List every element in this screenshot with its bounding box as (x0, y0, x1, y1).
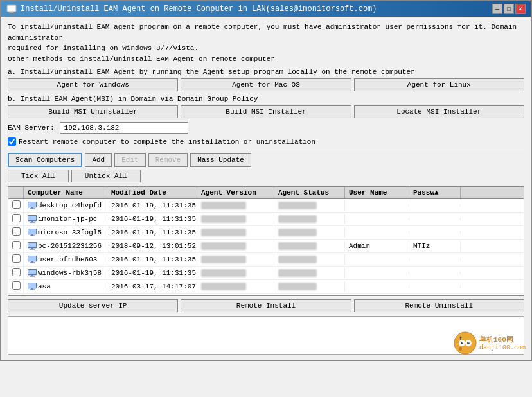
svg-rect-17 (31, 248, 33, 249)
svg-rect-28 (28, 283, 36, 288)
svg-rect-13 (31, 234, 33, 236)
user-name-cell (345, 218, 409, 220)
scan-computers-button[interactable]: Scan Computers (8, 153, 82, 167)
server-label: EAM Server: (8, 124, 55, 132)
remote-install-button[interactable]: Remote Install (181, 299, 351, 312)
table-row[interactable]: pc-201512231256 2018-09-12, 13:01:52 Adm… (8, 240, 524, 253)
agent-windows-button[interactable]: Agent for Windows (8, 78, 178, 91)
table-row[interactable]: imonitor-web 2016-03-17, 14:17:07 TTW (8, 294, 524, 296)
svg-rect-12 (28, 229, 36, 234)
close-button[interactable]: ✕ (515, 4, 526, 14)
th-user-name: User Name (345, 187, 409, 198)
computer-name-cell: imonitor-web (24, 295, 107, 296)
computer-name-cell: user-bfrdhe603 (24, 254, 107, 265)
user-name-cell (345, 231, 409, 234)
table-row[interactable]: asa 2016-03-17, 14:17:07 (8, 280, 524, 294)
agent-version-cell (197, 227, 274, 238)
server-input[interactable] (60, 122, 188, 134)
table-row[interactable]: desktop-c4hvpfd 2016-01-19, 11:31:35 (8, 199, 524, 213)
computer-icon (28, 283, 37, 290)
computers-table-container[interactable]: Computer Name Modified Date Agent Versio… (8, 186, 524, 296)
agent-version-cell (197, 281, 274, 292)
computer-name-cell: pc-201512231256 (24, 241, 107, 251)
bottom-buttons-row: Update server IP Remote Install Remote U… (8, 299, 524, 312)
agent-linux-button[interactable]: Agent for Linux (354, 78, 524, 91)
table-header: Computer Name Modified Date Agent Versio… (8, 187, 524, 199)
user-name-cell (345, 272, 409, 274)
mass-update-button[interactable]: Mass Update (190, 153, 251, 167)
row-checkbox[interactable] (12, 268, 21, 276)
svg-rect-1 (10, 12, 13, 13)
th-check (8, 187, 24, 198)
password-cell (409, 218, 461, 220)
modified-date-cell: 2016-01-19, 11:31:35 (107, 200, 197, 211)
modified-date-cell: 2016-01-19, 11:31:35 (107, 227, 197, 238)
agent-status-cell (274, 227, 345, 238)
maximize-button[interactable]: □ (504, 4, 514, 14)
main-window: Install/Uninstall EAM Agent on Remote Co… (0, 0, 532, 361)
computer-icon (28, 269, 37, 277)
section-a-buttons: Agent for Windows Agent for Mac OS Agent… (8, 78, 524, 91)
row-checkbox[interactable] (12, 214, 21, 222)
restart-checkbox-row: Restart remote computer to complete the … (8, 137, 524, 146)
table-row[interactable]: imonitor-jp-pc 2016-01-19, 11:31:35 (8, 213, 524, 226)
svg-rect-10 (30, 222, 35, 223)
build-msi-uninstaller-button[interactable]: Build MSI Uninstaller (8, 105, 178, 118)
computer-name-cell: imonitor-jp-pc (24, 214, 107, 224)
table-row[interactable]: microso-33fogl5 2016-01-19, 11:31:35 (8, 226, 524, 240)
remote-uninstall-button[interactable]: Remote Uninstall (354, 299, 524, 312)
row-checkbox[interactable] (12, 241, 21, 249)
section-b-buttons: Build MSI Uninstaller Build MSI Installe… (8, 105, 524, 118)
row-checkbox[interactable] (12, 254, 21, 263)
row-checkbox[interactable] (12, 200, 21, 209)
user-name-cell (345, 204, 409, 207)
modified-date-cell: 2016-01-19, 11:31:35 (107, 214, 197, 224)
info-line2: required for installing on Windows 8/7/V… (8, 43, 524, 54)
table-row[interactable]: windows-rbk3j58 2016-01-19, 11:31:35 (8, 267, 524, 280)
row-checkbox[interactable] (12, 295, 21, 296)
edit-button[interactable]: Edit (114, 153, 145, 167)
computer-name-cell: windows-rbk3j58 (24, 268, 107, 278)
title-bar-text: Install/Uninstall EAM Agent on Remote Co… (21, 4, 377, 13)
watermark-text: 单机100网 (479, 335, 526, 344)
password-cell (409, 258, 461, 261)
title-bar-left: Install/Uninstall EAM Agent on Remote Co… (6, 4, 377, 14)
agent-status-cell (274, 268, 345, 278)
agent-version-cell (197, 200, 274, 211)
row-checkbox[interactable] (12, 281, 21, 290)
section-b-label: b. Install EAM Agent(MSI) in Domain via … (8, 95, 524, 103)
title-bar: Install/Uninstall EAM Agent on Remote Co… (1, 1, 531, 17)
agent-version-cell: TTW (197, 295, 274, 296)
agent-status-cell (274, 241, 345, 251)
restart-checkbox-label: Restart remote computer to complete the … (19, 138, 315, 146)
agent-status-cell (274, 254, 345, 265)
password-cell (409, 272, 461, 274)
svg-rect-6 (30, 209, 35, 209)
user-name-cell (345, 258, 409, 261)
table-row[interactable]: user-bfrdhe603 2016-01-19, 11:31:35 (8, 253, 524, 267)
th-modified-date: Modified Date (107, 187, 197, 198)
restart-checkbox[interactable] (8, 137, 16, 146)
locate-msi-installer-button[interactable]: Locate MSI Installer (354, 105, 524, 118)
build-msi-installer-button[interactable]: Build MSI Installer (181, 105, 351, 118)
svg-rect-20 (28, 256, 36, 261)
tick-all-button[interactable]: Tick All (8, 170, 69, 182)
untick-all-button[interactable]: Untick All (71, 170, 141, 182)
password-cell: MTIz (409, 241, 461, 251)
row-checkbox[interactable] (12, 227, 21, 236)
update-server-ip-button[interactable]: Update server IP (8, 299, 178, 312)
svg-rect-25 (31, 275, 33, 276)
svg-rect-0 (7, 5, 16, 12)
svg-rect-42 (459, 347, 462, 351)
add-button[interactable]: Add (85, 153, 112, 167)
computer-icon (28, 256, 37, 263)
remove-button[interactable]: Remove (148, 153, 188, 167)
agent-macos-button[interactable]: Agent for Mac OS (181, 78, 351, 91)
action-buttons-row: Scan Computers Add Edit Remove Mass Upda… (8, 153, 524, 167)
user-name-cell (345, 285, 409, 288)
divider1 (8, 150, 524, 150)
dialog-content: To install/uninstall EAM agent program o… (1, 17, 531, 360)
svg-rect-2 (8, 13, 15, 13)
minimize-button[interactable]: ─ (492, 4, 502, 14)
user-name-cell: Admin (345, 241, 409, 251)
